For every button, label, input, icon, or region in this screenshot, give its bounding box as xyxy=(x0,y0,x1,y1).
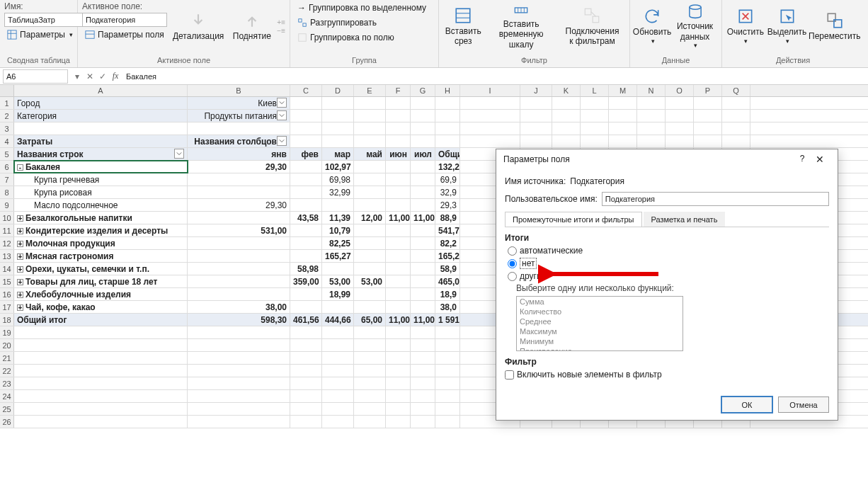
cell[interactable] xyxy=(14,326,188,338)
row-header[interactable]: 10 xyxy=(0,212,14,224)
cell[interactable]: 38,00 xyxy=(188,301,290,313)
cell[interactable]: 32,9 xyxy=(435,186,460,198)
expand-icon[interactable]: + xyxy=(17,279,23,285)
cell[interactable] xyxy=(722,135,750,147)
cell[interactable] xyxy=(354,390,386,402)
cell[interactable] xyxy=(411,263,435,275)
clear-button[interactable]: Очистить▾ xyxy=(726,1,765,51)
row-header[interactable]: 20 xyxy=(0,339,14,351)
field-settings-button[interactable]: Параметры поля xyxy=(82,28,167,41)
column-header[interactable]: Q xyxy=(722,85,750,96)
cell[interactable] xyxy=(354,161,386,173)
cell[interactable]: Общий итог xyxy=(14,314,188,326)
cell[interactable] xyxy=(411,224,435,236)
cell[interactable] xyxy=(694,110,722,122)
cell[interactable] xyxy=(354,110,386,122)
cell[interactable] xyxy=(354,377,386,389)
cell[interactable] xyxy=(386,416,411,428)
cell[interactable] xyxy=(290,199,322,211)
cell[interactable] xyxy=(290,186,322,198)
cell[interactable]: 465,00 xyxy=(435,275,460,287)
cell[interactable] xyxy=(188,288,290,300)
cell[interactable]: 65,00 xyxy=(354,314,386,326)
column-header[interactable]: M xyxy=(609,85,637,96)
cell[interactable] xyxy=(322,97,354,109)
cell[interactable] xyxy=(354,288,386,300)
cell[interactable] xyxy=(354,301,386,313)
cell[interactable] xyxy=(354,97,386,109)
cell[interactable] xyxy=(460,135,520,147)
row-header[interactable]: 14 xyxy=(0,263,14,275)
cell[interactable] xyxy=(354,135,386,147)
cell[interactable] xyxy=(666,122,694,135)
cell[interactable] xyxy=(386,110,411,122)
collapse-icon[interactable]: - xyxy=(17,164,23,171)
cell[interactable] xyxy=(386,173,411,186)
cell[interactable]: 88,9 xyxy=(435,212,460,224)
column-header[interactable]: D xyxy=(322,85,354,96)
cell[interactable]: Киев xyxy=(188,97,290,109)
cell[interactable] xyxy=(386,288,411,300)
cell[interactable] xyxy=(386,186,411,198)
active-field-input[interactable] xyxy=(82,13,167,27)
row-header[interactable]: 1 xyxy=(0,97,14,109)
column-header[interactable]: H xyxy=(435,85,460,96)
cell[interactable] xyxy=(188,122,290,135)
cell[interactable]: 18,99 xyxy=(322,288,354,300)
cell[interactable] xyxy=(386,403,411,415)
cell[interactable] xyxy=(552,97,581,109)
cell[interactable] xyxy=(694,135,722,147)
cell[interactable] xyxy=(460,97,520,109)
cell[interactable] xyxy=(411,97,435,109)
list-item[interactable]: Максимум xyxy=(517,326,683,336)
row-header[interactable]: 3 xyxy=(0,122,14,135)
cell[interactable]: 10,79 xyxy=(322,224,354,236)
cell[interactable] xyxy=(435,403,460,415)
help-button[interactable]: ? xyxy=(795,154,809,165)
cell[interactable] xyxy=(354,403,386,415)
cell[interactable]: +Молочная продукция xyxy=(14,237,188,249)
cell[interactable] xyxy=(411,301,435,313)
expand-icon[interactable]: + xyxy=(17,241,23,247)
cell[interactable] xyxy=(354,339,386,351)
cell[interactable] xyxy=(386,250,411,262)
cell[interactable] xyxy=(188,416,290,428)
cell[interactable] xyxy=(386,377,411,389)
expand-icon[interactable]: + xyxy=(17,266,23,273)
row-header[interactable]: 9 xyxy=(0,199,14,211)
cell[interactable]: 53,00 xyxy=(322,275,354,287)
formula-input[interactable] xyxy=(122,69,868,84)
cell[interactable] xyxy=(188,237,290,249)
cell[interactable] xyxy=(386,237,411,249)
cell[interactable] xyxy=(354,186,386,198)
cancel-formula-button[interactable]: ✕ xyxy=(84,72,96,81)
cell[interactable] xyxy=(637,110,666,122)
cell[interactable] xyxy=(435,390,460,402)
cell[interactable] xyxy=(290,110,322,122)
cell[interactable] xyxy=(722,122,750,135)
cell[interactable] xyxy=(411,288,435,300)
cell[interactable] xyxy=(386,224,411,236)
cell[interactable] xyxy=(354,250,386,262)
column-header[interactable]: L xyxy=(581,85,609,96)
cell[interactable] xyxy=(322,135,354,147)
cell[interactable] xyxy=(386,122,411,135)
cell[interactable] xyxy=(290,250,322,262)
cell[interactable] xyxy=(188,403,290,415)
cell[interactable] xyxy=(188,352,290,364)
cell[interactable] xyxy=(386,275,411,287)
column-header[interactable]: O xyxy=(666,85,694,96)
cell[interactable] xyxy=(609,97,637,109)
cell[interactable] xyxy=(322,301,354,313)
cell[interactable] xyxy=(666,97,694,109)
cell[interactable] xyxy=(411,275,435,287)
cell[interactable] xyxy=(14,122,188,135)
cell[interactable] xyxy=(354,122,386,135)
cell[interactable] xyxy=(411,390,435,402)
cell[interactable] xyxy=(411,365,435,377)
cell[interactable] xyxy=(322,263,354,275)
row-header[interactable]: 8 xyxy=(0,186,14,198)
cell[interactable] xyxy=(386,390,411,402)
cell[interactable] xyxy=(666,110,694,122)
cell[interactable]: 58,9 xyxy=(435,263,460,275)
